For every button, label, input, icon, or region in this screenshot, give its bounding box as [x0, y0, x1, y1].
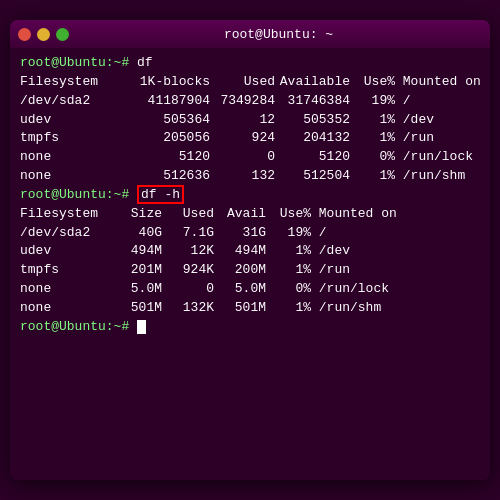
df-row-3: none512005120 0% /run/lock	[20, 148, 480, 167]
df-row-0: /dev/sda241187904734928431746384 19% /	[20, 92, 480, 111]
minimize-button[interactable]	[37, 28, 50, 41]
maximize-button[interactable]	[56, 28, 69, 41]
cursor	[137, 320, 146, 334]
prompt3: root@Ubuntu:~#	[20, 319, 137, 334]
close-button[interactable]	[18, 28, 31, 41]
window-title: root@Ubuntu: ~	[75, 27, 482, 42]
terminal-body[interactable]: root@Ubuntu:~# df Filesystem1K-blocksUse…	[10, 48, 490, 480]
highlighted-command: df -h	[137, 185, 184, 204]
prompt2: root@Ubuntu:~#	[20, 187, 137, 202]
dfh-row-0: /dev/sda240G7.1G31G 19% /	[20, 224, 480, 243]
cmd1: df	[137, 55, 153, 70]
titlebar: root@Ubuntu: ~	[10, 20, 490, 48]
dfh-row-2: tmpfs201M924K200M 1% /run	[20, 261, 480, 280]
terminal-window: root@Ubuntu: ~ root@Ubuntu:~# df Filesys…	[10, 20, 490, 480]
line-prompt1: root@Ubuntu:~# df	[20, 54, 480, 73]
df-row-2: tmpfs205056924204132 1% /run	[20, 129, 480, 148]
line-prompt2: root@Ubuntu:~# df -h	[20, 186, 480, 205]
dfh-row-1: udev494M12K494M 1% /dev	[20, 242, 480, 261]
dfh-row-3: none5.0M05.0M 0% /run/lock	[20, 280, 480, 299]
dfh-row-4: none501M132K501M 1% /run/shm	[20, 299, 480, 318]
dfh-header: FilesystemSizeUsedAvail Use% Mounted on	[20, 205, 480, 224]
prompt1: root@Ubuntu:~#	[20, 55, 137, 70]
df-row-4: none512636132512504 1% /run/shm	[20, 167, 480, 186]
df-row-1: udev50536412505352 1% /dev	[20, 111, 480, 130]
line-prompt3: root@Ubuntu:~#	[20, 318, 480, 337]
df-header: Filesystem1K-blocksUsedAvailable Use% Mo…	[20, 73, 480, 92]
